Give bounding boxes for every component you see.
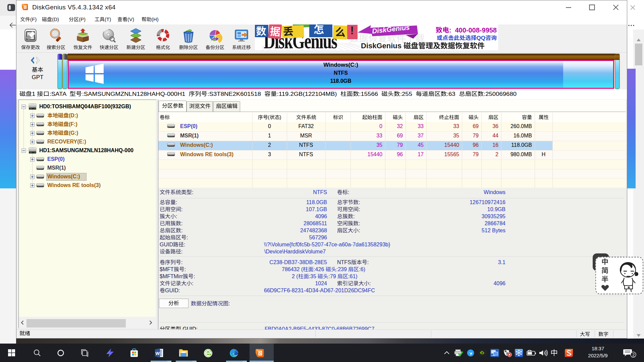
svg-text:W: W bbox=[156, 351, 160, 356]
svg-text:intel: intel bbox=[491, 354, 495, 356]
svg-text:2: 2 bbox=[632, 352, 635, 357]
